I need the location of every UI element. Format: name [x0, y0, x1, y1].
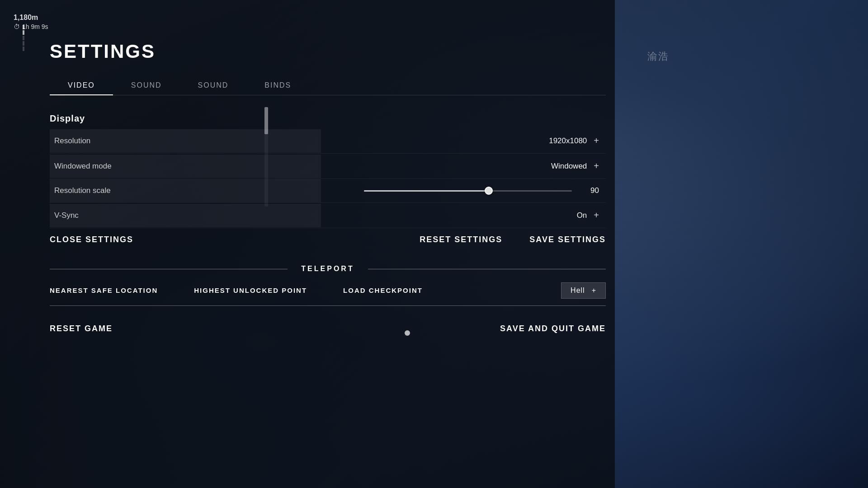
hud-distance: 1,180m: [14, 14, 48, 22]
vsync-value: On: [577, 211, 587, 220]
resolution-plus-btn[interactable]: +: [594, 136, 599, 146]
bar-1: [23, 25, 24, 29]
background-chinese-text: 渝浩: [647, 50, 669, 63]
resolution-scale-slider-container: 90: [321, 179, 606, 202]
resolution-value-container: 868x488 +: [321, 128, 606, 153]
teleport-line-right: [368, 269, 606, 269]
time-value: 1h 9m 9s: [22, 23, 48, 30]
vsync-value-container: On +: [321, 203, 606, 228]
teleport-line-left: [50, 269, 288, 269]
teleport-dropdown[interactable]: Hell +: [561, 282, 606, 299]
save-settings-button[interactable]: SAVE SETTINGS: [529, 235, 606, 244]
close-settings-button[interactable]: CLOSE SETTINGS: [50, 235, 133, 244]
resolution-scale-slider[interactable]: [364, 190, 572, 192]
bar-5: [23, 47, 24, 51]
tab-binds[interactable]: BINDS: [246, 76, 309, 95]
tab-sound-2[interactable]: SOUND: [180, 76, 247, 95]
scrollbar-thumb[interactable]: [264, 107, 268, 134]
highest-unlocked-point-button[interactable]: HIGHEST UNLOCKED POINT: [194, 282, 307, 299]
windowed-value-container: Windowed +: [321, 154, 606, 178]
teleport-dropdown-plus[interactable]: +: [592, 286, 596, 295]
teleport-header: TELEPORT: [50, 265, 606, 273]
action-buttons: CLOSE SETTINGS RESET SETTINGS SAVE SETTI…: [50, 228, 606, 251]
display-section: Display Resolution 868x488 + Windowed …: [50, 109, 606, 228]
load-checkpoint-button[interactable]: LOAD CHECKPOINT: [343, 282, 423, 299]
resolution-scale-value: 90: [581, 186, 599, 195]
windowed-row: Windowed mode Windowed +: [50, 154, 606, 179]
slider-fill: [364, 190, 489, 192]
hud-time: ⏱ 1h 9m 9s: [14, 23, 48, 30]
slider-thumb[interactable]: [485, 187, 493, 195]
vsync-plus-btn[interactable]: +: [594, 210, 599, 221]
resolution-scale-row: Resolution scale 90: [50, 179, 606, 203]
time-icon: ⏱: [14, 23, 20, 30]
resolution-label: Resolution: [50, 129, 321, 153]
windowed-label: Windowed mode: [50, 155, 321, 178]
resolution-value: 868x488: [549, 136, 587, 145]
tab-sound-1[interactable]: SOUND: [113, 76, 180, 95]
reset-settings-button[interactable]: RESET SETTINGS: [420, 235, 502, 244]
resolution-row: Resolution 868x488 +: [50, 128, 606, 154]
settings-tabs: VIDEO SOUND SOUND BINDS: [50, 76, 606, 95]
teleport-buttons: NEAREST SAFE LOCATION HIGHEST UNLOCKED P…: [50, 282, 606, 306]
hud-vertical-bar: [23, 25, 24, 51]
hud-top-left: 1,180m ⏱ 1h 9m 9s: [14, 14, 48, 30]
save-and-quit-button[interactable]: SAVE AND QUIT GAME: [500, 324, 606, 333]
resolution-scale-label: Resolution scale: [50, 179, 321, 202]
bar-3: [23, 36, 24, 40]
windowed-plus-btn[interactable]: +: [594, 161, 599, 171]
windowed-value: Windowed: [551, 162, 587, 171]
display-section-title: Display: [50, 109, 606, 128]
vsync-label: V-Sync: [50, 204, 321, 227]
scrollbar[interactable]: [264, 107, 268, 206]
nearest-safe-location-button[interactable]: NEAREST SAFE LOCATION: [50, 282, 158, 299]
bar-2: [23, 30, 24, 35]
settings-panel: SETTINGS VIDEO SOUND SOUND BINDS Display…: [50, 41, 606, 340]
teleport-title: TELEPORT: [288, 265, 368, 273]
teleport-dropdown-value: Hell: [571, 286, 585, 295]
bar-4: [23, 41, 24, 46]
tab-video[interactable]: VIDEO: [50, 76, 113, 95]
teleport-section: TELEPORT NEAREST SAFE LOCATION HIGHEST U…: [50, 265, 606, 306]
bottom-buttons: RESET GAME SAVE AND QUIT GAME: [50, 317, 606, 340]
reset-game-button[interactable]: RESET GAME: [50, 324, 113, 333]
settings-title: SETTINGS: [50, 41, 606, 62]
vsync-row: V-Sync On +: [50, 203, 606, 228]
